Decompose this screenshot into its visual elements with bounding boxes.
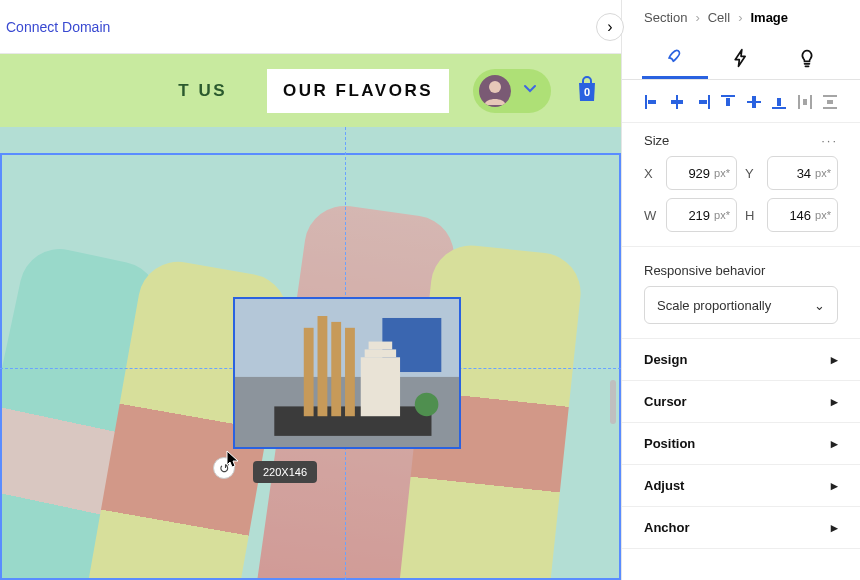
- svg-rect-27: [810, 95, 812, 109]
- svg-rect-9: [345, 328, 355, 416]
- align-center-h-button[interactable]: [666, 90, 690, 114]
- cart-icon[interactable]: 0: [575, 75, 599, 107]
- nav-item-about-us[interactable]: T US: [162, 69, 243, 113]
- chevron-right-icon: ›: [607, 18, 612, 36]
- svg-rect-31: [827, 100, 833, 104]
- chevron-right-icon: ▸: [831, 394, 838, 409]
- accordion-design[interactable]: Design ▸: [622, 339, 860, 381]
- alignment-toolbar: [622, 80, 860, 123]
- svg-rect-17: [671, 100, 683, 104]
- align-right-button[interactable]: [691, 90, 715, 114]
- chevron-right-icon: ▸: [831, 520, 838, 535]
- chevron-right-icon: ›: [695, 10, 699, 25]
- chevron-down-icon: ⌄: [814, 298, 825, 313]
- responsive-value: Scale proportionally: [657, 298, 771, 313]
- h-value: 146: [789, 208, 811, 223]
- svg-rect-15: [648, 100, 656, 104]
- distribute-h-button[interactable]: [793, 90, 817, 114]
- chevron-right-icon: ▸: [831, 436, 838, 451]
- breadcrumb: Section › Cell › Image: [622, 0, 860, 37]
- svg-rect-7: [318, 316, 328, 416]
- inspector-panel: Section › Cell › Image Size ··· X: [622, 0, 860, 580]
- accordion-anchor-label: Anchor: [644, 520, 690, 535]
- nav-item-our-flavors[interactable]: OUR FLAVORS: [267, 69, 449, 113]
- align-left-button[interactable]: [640, 90, 664, 114]
- size-section: Size ··· X 929 px* Y 34 px* W 219 px* H …: [622, 123, 860, 247]
- y-input[interactable]: 34 px*: [767, 156, 838, 190]
- breadcrumb-section[interactable]: Section: [644, 10, 687, 25]
- responsive-select[interactable]: Scale proportionally ⌄: [644, 286, 838, 324]
- cursor-pointer-icon: [226, 450, 240, 470]
- responsive-section: Responsive behavior Scale proportionally…: [622, 247, 860, 339]
- accordion-cursor-label: Cursor: [644, 394, 687, 409]
- canvas-stage[interactable]: ↺ 220X146: [0, 127, 621, 580]
- svg-rect-25: [777, 98, 781, 106]
- h-unit: px*: [815, 209, 831, 221]
- bulb-icon: [797, 48, 817, 68]
- responsive-label: Responsive behavior: [644, 263, 838, 278]
- w-value: 219: [688, 208, 710, 223]
- x-label: X: [644, 166, 658, 181]
- chevron-right-icon: ▸: [831, 478, 838, 493]
- svg-rect-10: [361, 357, 400, 416]
- breadcrumb-image[interactable]: Image: [750, 10, 788, 25]
- w-input[interactable]: 219 px*: [666, 198, 737, 232]
- account-dropdown[interactable]: [473, 69, 551, 113]
- selected-image[interactable]: [233, 297, 461, 449]
- align-bottom-button[interactable]: [768, 90, 792, 114]
- collapse-panel-button[interactable]: ›: [596, 13, 624, 41]
- chevron-right-icon: ›: [738, 10, 742, 25]
- h-input[interactable]: 146 px*: [767, 198, 838, 232]
- inspector-tabs: [622, 37, 860, 80]
- connect-domain-link[interactable]: Connect Domain: [6, 19, 110, 35]
- y-unit: px*: [815, 167, 831, 179]
- h-label: H: [745, 208, 759, 223]
- svg-rect-20: [721, 95, 735, 97]
- accordion-list: Design ▸ Cursor ▸ Position ▸ Adjust ▸ An…: [622, 339, 860, 549]
- editor-canvas: Connect Domain T US OUR FLAVORS 0: [0, 0, 622, 580]
- cart-badge: 0: [584, 86, 590, 98]
- canvas-scrollbar[interactable]: [610, 380, 616, 424]
- dimensions-tooltip: 220X146: [253, 461, 317, 483]
- svg-rect-8: [331, 322, 341, 416]
- breadcrumb-cell[interactable]: Cell: [708, 10, 730, 25]
- bolt-icon: [731, 48, 751, 68]
- tab-ideas[interactable]: [774, 37, 840, 79]
- size-header: Size: [644, 133, 669, 148]
- svg-rect-26: [798, 95, 800, 109]
- site-header: T US OUR FLAVORS 0: [0, 54, 621, 127]
- canvas-topbar: Connect Domain: [0, 0, 621, 54]
- chevron-right-icon: ▸: [831, 352, 838, 367]
- tab-design[interactable]: [642, 37, 708, 79]
- y-value: 34: [797, 166, 811, 181]
- w-unit: px*: [714, 209, 730, 221]
- brush-icon: [665, 47, 685, 67]
- svg-rect-21: [726, 98, 730, 106]
- svg-rect-12: [369, 342, 393, 350]
- svg-rect-6: [304, 328, 314, 416]
- svg-rect-30: [823, 107, 837, 109]
- avatar: [479, 75, 511, 107]
- x-input[interactable]: 929 px*: [666, 156, 737, 190]
- svg-rect-29: [823, 95, 837, 97]
- svg-rect-28: [803, 99, 807, 105]
- svg-rect-14: [645, 95, 647, 109]
- svg-rect-24: [772, 107, 786, 109]
- svg-rect-18: [708, 95, 710, 109]
- chevron-down-icon: [523, 82, 537, 100]
- accordion-anchor[interactable]: Anchor ▸: [622, 507, 860, 549]
- svg-rect-11: [365, 349, 396, 357]
- x-unit: px*: [714, 167, 730, 179]
- svg-point-13: [415, 393, 439, 417]
- accordion-cursor[interactable]: Cursor ▸: [622, 381, 860, 423]
- distribute-v-button[interactable]: [819, 90, 843, 114]
- y-label: Y: [745, 166, 759, 181]
- more-icon[interactable]: ···: [821, 133, 838, 148]
- accordion-adjust[interactable]: Adjust ▸: [622, 465, 860, 507]
- align-top-button[interactable]: [717, 90, 741, 114]
- svg-rect-23: [752, 96, 756, 108]
- align-center-v-button[interactable]: [742, 90, 766, 114]
- accordion-position-label: Position: [644, 436, 695, 451]
- tab-actions[interactable]: [708, 37, 774, 79]
- accordion-position[interactable]: Position ▸: [622, 423, 860, 465]
